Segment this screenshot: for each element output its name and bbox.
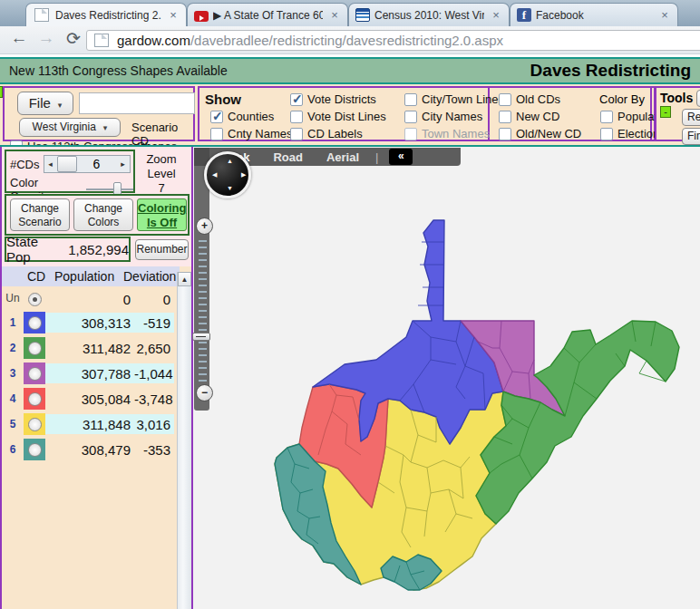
collapse-file-panel-button[interactable]: -: [0, 86, 3, 98]
zoom-in-button[interactable]: +: [196, 218, 213, 235]
zoom-out-button[interactable]: −: [196, 384, 213, 401]
checkbox-old-cds[interactable]: Old CDs: [493, 92, 580, 106]
tools-collapse-button[interactable]: <: [696, 90, 700, 107]
cds-stepper-thumb[interactable]: [57, 156, 77, 172]
checkbox-box[interactable]: [290, 111, 303, 123]
checkbox-old-new-cd[interactable]: Old/New CD: [493, 127, 580, 140]
table-row[interactable]: 3307,788-1,044: [2, 361, 180, 386]
coloring-toggle-button[interactable]: ColoringIs Off: [137, 198, 187, 231]
checkbox-city-town-lines[interactable]: City/Town Lines: [399, 92, 493, 106]
zoom-slider-thumb[interactable]: [192, 333, 210, 341]
table-row[interactable]: 1308,313-519: [2, 310, 180, 335]
checkbox-population[interactable]: Population: [580, 110, 664, 123]
district-color-swatch[interactable]: [24, 439, 45, 460]
table-row[interactable]: 6308,479-353: [2, 437, 180, 462]
back-button[interactable]: ←: [7, 28, 31, 48]
scenario-name-input[interactable]: [79, 92, 195, 114]
table-row[interactable]: 5311,8483,016: [2, 411, 180, 437]
district-color-swatch[interactable]: [24, 337, 45, 359]
cds-decrease-arrow[interactable]: ◂: [44, 156, 57, 172]
tab-close-icon[interactable]: ×: [658, 8, 671, 22]
checkbox-counties[interactable]: Counties: [205, 110, 285, 123]
checkbox-cd-labels[interactable]: CD Labels: [285, 127, 399, 140]
scroll-up-arrow[interactable]: ▲: [178, 272, 191, 286]
population-value: 307,788: [47, 366, 131, 382]
district-radio[interactable]: [28, 392, 42, 406]
district-radio[interactable]: [28, 418, 42, 431]
state-pop-panel: State Pop 1,852,994: [5, 237, 131, 262]
renumber-button[interactable]: Renumber: [135, 239, 189, 260]
tools-redo-button[interactable]: Re: [682, 109, 700, 126]
browser-tab[interactable]: Census 2010: West Virgini×: [348, 3, 510, 26]
forward-button[interactable]: →: [34, 28, 58, 48]
tab-close-icon[interactable]: ×: [490, 8, 502, 22]
district-color-swatch[interactable]: [24, 288, 45, 310]
map-pan-control[interactable]: ▲ ▼ ◀ ▶: [204, 151, 251, 198]
change-colors-button[interactable]: ChangeColors: [73, 198, 133, 231]
checkbox-label: City/Town Lines: [422, 92, 504, 106]
checkbox-box[interactable]: [499, 128, 511, 140]
browser-tab[interactable]: Daves Redistricting 2.2×: [25, 3, 187, 26]
checkbox-city-names[interactable]: City Names: [399, 110, 493, 123]
district-color-swatch[interactable]: [24, 362, 45, 384]
table-row[interactable]: 4305,084-3,748: [2, 386, 180, 411]
district-radio[interactable]: [28, 443, 42, 457]
pan-down-arrow[interactable]: ▼: [227, 185, 233, 191]
map-style-tab-road[interactable]: Road: [273, 150, 303, 164]
district-radio[interactable]: [28, 316, 42, 330]
checkbox-box[interactable]: [600, 111, 613, 123]
cds-count-stepper[interactable]: ◂ 6 ▸: [44, 155, 131, 173]
cds-label: #CDs: [10, 158, 40, 171]
deviation-value: 2,650: [134, 341, 170, 356]
map-area[interactable]: BlankRoadAerial|« + − ▲ ▼ ◀ ▶: [193, 147, 700, 609]
table-row[interactable]: Un00: [2, 286, 180, 310]
map-style-tab-aerial[interactable]: Aerial: [326, 150, 359, 164]
deviation-value: -519: [134, 315, 170, 331]
change-scenario-button[interactable]: ChangeScenario: [10, 198, 70, 231]
tab-close-icon[interactable]: ×: [328, 8, 341, 22]
district-id: 3: [5, 367, 20, 380]
table-scrollbar[interactable]: ▲: [177, 272, 191, 609]
map-collapse-button[interactable]: «: [389, 149, 413, 165]
tab-close-icon[interactable]: ×: [167, 8, 180, 22]
checkbox-box[interactable]: [210, 111, 223, 123]
pan-left-arrow[interactable]: ◀: [212, 171, 217, 179]
district-radio[interactable]: [28, 367, 42, 381]
table-row[interactable]: 2311,4822,650: [2, 335, 180, 361]
checkbox-box[interactable]: [290, 93, 303, 106]
state-select-dropdown[interactable]: West Virginia▾: [19, 118, 121, 137]
tools-find-button[interactable]: Fin: [682, 128, 700, 145]
checkbox-vote-districts[interactable]: Vote Districts: [285, 92, 399, 106]
file-menu-button[interactable]: File▾: [17, 92, 73, 115]
collapse-tools-panel-button[interactable]: -: [660, 106, 671, 118]
refresh-button[interactable]: ⟳: [62, 28, 85, 49]
zoom-level-indicator: Zoom Level 7: [140, 152, 183, 196]
browser-tab[interactable]: fFacebook×: [510, 3, 678, 26]
checkbox-box[interactable]: [210, 128, 223, 140]
checkbox-box[interactable]: [290, 128, 303, 140]
banner-notice: New 113th Congress Shapes Available: [9, 63, 228, 78]
checkbox-vote-dist-lines[interactable]: Vote Dist Lines: [285, 110, 399, 123]
document-icon: [34, 8, 49, 22]
checkbox-new-cd[interactable]: New CD: [493, 110, 580, 123]
district-color-swatch[interactable]: [24, 413, 45, 435]
checkbox-box[interactable]: [499, 93, 511, 106]
address-bar[interactable]: gardow.com/davebradlee/redistricting/dav…: [86, 30, 700, 51]
checkbox-box[interactable]: [600, 128, 613, 140]
checkbox-box[interactable]: [404, 111, 417, 123]
pan-up-arrow[interactable]: ▲: [227, 158, 233, 164]
checkbox-box[interactable]: [499, 111, 511, 123]
population-value: 0: [47, 292, 131, 307]
checkbox-label: City Names: [422, 110, 482, 123]
checkbox-election[interactable]: Election: [580, 127, 664, 140]
browser-tab[interactable]: ▶ A State Of Trance 60×: [187, 3, 348, 26]
pan-right-arrow[interactable]: ▶: [241, 171, 246, 179]
checkbox-cnty-names[interactable]: Cnty Names: [205, 127, 285, 140]
district-color-swatch[interactable]: [24, 312, 45, 334]
cds-increase-arrow[interactable]: ▸: [117, 156, 130, 172]
district-radio[interactable]: [28, 293, 42, 306]
west-virginia-district-map[interactable]: [193, 156, 700, 609]
checkbox-box[interactable]: [404, 93, 417, 106]
district-radio[interactable]: [28, 342, 42, 355]
district-color-swatch[interactable]: [24, 388, 45, 410]
